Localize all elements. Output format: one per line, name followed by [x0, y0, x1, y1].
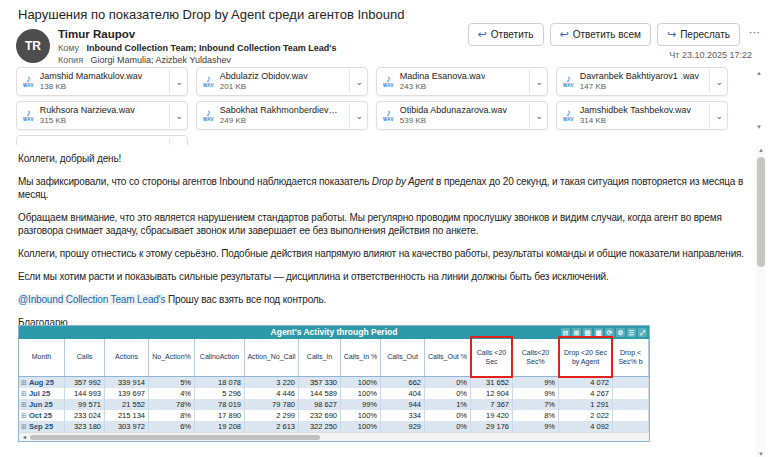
- more-actions-icon[interactable]: ⋯: [749, 26, 760, 39]
- table-cell-actions: 21 552: [105, 399, 149, 410]
- reply-button[interactable]: ↩ Ответить: [468, 23, 544, 46]
- report-title-bar: Agent's Activity through Period ⊟⊞▤▦⟳⚙☰⤢: [19, 326, 649, 339]
- report-toolbar: ⊟⊞▤▦⟳⚙☰⤢: [561, 328, 647, 337]
- attachment-options-chevron-icon[interactable]: ⌄: [529, 104, 543, 127]
- table-cell-calls_lt20_sec_pct: 8%: [513, 410, 559, 421]
- forward-button[interactable]: ↪ Переслать: [657, 23, 740, 46]
- table-horizontal-scrollbar[interactable]: ◄: [19, 432, 649, 441]
- column-header-calls_out[interactable]: Calls_Out: [381, 339, 425, 376]
- attachment-options-chevron-icon[interactable]: ⌄: [169, 138, 183, 145]
- attachments-scroll-up-icon[interactable]: ▲: [756, 70, 762, 76]
- toolbar-icon-settings[interactable]: ⚙: [616, 328, 625, 337]
- attachment-card[interactable]: ♪ WAV Jamshidbek Tashbekov.wav 314 KB ⌄: [556, 101, 728, 130]
- table-cell-calls_out_pct: 0%: [425, 410, 471, 421]
- table-cell-action_no_call: 79 780: [245, 399, 299, 410]
- mention-link[interactable]: @Inbound Collection Team Lead's: [18, 294, 165, 305]
- email-body: Коллеги, добрый день! Мы зафиксировали, …: [18, 152, 752, 339]
- table-cell-calls_lt20_sec_pct: 9%: [513, 388, 559, 399]
- table-cell-no_action_pct: 8%: [149, 410, 195, 421]
- month-label: Sep 25: [29, 422, 53, 431]
- expand-row-icon[interactable]: ⊞: [21, 401, 27, 409]
- column-header-calls_lt20_sec_pct[interactable]: Calls<20 Sec%: [513, 339, 559, 376]
- table-cell-calls_in: 322 250: [299, 421, 341, 432]
- message-actions: ↩ Ответить ↩ Ответить всем ↪ Переслать: [468, 23, 740, 46]
- main-vertical-scrollbar[interactable]: ▲ ▼: [756, 145, 766, 457]
- to-recipients[interactable]: Inbound Collection Team; Inbound Collect…: [87, 43, 337, 53]
- scroll-down-icon[interactable]: ▼: [756, 451, 766, 457]
- sender-name[interactable]: Timur Raupov: [58, 28, 135, 40]
- table-cell-calls_lt20_sec: 29 176: [471, 421, 513, 432]
- vertical-scroll-thumb[interactable]: [757, 157, 765, 267]
- reply-all-label: Ответить всем: [573, 29, 641, 40]
- horizontal-scroll-thumb[interactable]: [30, 435, 320, 440]
- attachment-options-chevron-icon[interactable]: ⌄: [349, 104, 363, 127]
- table-cell-calls_lt20_sec_pct: 9%: [513, 377, 559, 388]
- column-header-no_action_pct[interactable]: No_Action%: [149, 339, 195, 376]
- sender-avatar[interactable]: TR: [16, 29, 50, 63]
- column-header-calls_lt20_sec[interactable]: Calls <20 Sec: [471, 339, 513, 376]
- toolbar-icon-grid[interactable]: ▦: [594, 328, 603, 337]
- column-header-call_no_action[interactable]: CallnoAction: [195, 339, 245, 376]
- column-header-actions[interactable]: Actions: [105, 339, 149, 376]
- attachment-options-chevron-icon[interactable]: ⌄: [169, 70, 183, 93]
- attachments-scroll-down-icon[interactable]: ▼: [756, 124, 762, 130]
- column-header-action_no_call[interactable]: Action_No_Call: [245, 339, 299, 376]
- month-cell: ⊞Jun 25: [19, 399, 65, 410]
- attachment-card[interactable]: ♪ WAV Madina Esanova.wav 243 KB ⌄: [376, 67, 548, 96]
- cc-recipients[interactable]: Giorgi Mamulia; Azizbek Yuldashev: [91, 55, 231, 65]
- table-row[interactable]: ⊞Jul 25144 993139 6974%5 2964 446144 589…: [19, 388, 649, 399]
- attachment-card[interactable]: ♪ WAV Abdulaziz Obidov.wav 201 KB ⌄: [196, 67, 368, 96]
- attachment-options-chevron-icon[interactable]: ⌄: [529, 70, 543, 93]
- attachment-size: 315 KB: [40, 116, 135, 126]
- column-header-calls_in[interactable]: Calls_In: [299, 339, 341, 376]
- attachment-name: Davranbek Bakhtiyarov1 .wav: [580, 71, 699, 82]
- forward-label: Переслать: [680, 29, 730, 40]
- scroll-up-icon[interactable]: ▲: [756, 145, 766, 155]
- attachment-card[interactable]: ♪ WAV Mokhinabonu Bekmurodova.wav ⌄: [16, 135, 188, 145]
- column-header-calls[interactable]: Calls: [65, 339, 105, 376]
- attachment-card[interactable]: ♪ WAV Jamshid Mamatkulov.wav 138 KB ⌄: [16, 67, 188, 96]
- month-label: Oct 25: [29, 411, 52, 420]
- attachment-options-chevron-icon[interactable]: ⌄: [349, 70, 363, 93]
- expand-row-icon[interactable]: ⊞: [21, 379, 27, 387]
- attachment-card[interactable]: ♪ WAV Otibida Abdunazarova.wav 539 KB ⌄: [376, 101, 548, 130]
- table-cell-no_action_pct: 5%: [149, 377, 195, 388]
- attachment-card[interactable]: ♪ WAV Sabokhat Rakhmonberdieva.wav 249 K…: [196, 101, 368, 130]
- column-header-calls_in_pct[interactable]: Calls_In %: [341, 339, 381, 376]
- attachment-size: 314 KB: [580, 116, 691, 126]
- scroll-left-icon[interactable]: ◄: [19, 434, 30, 440]
- toolbar-icon-menu[interactable]: ☰: [627, 328, 636, 337]
- table-row[interactable]: ⊞Sep 25323 180303 9726%19 2082 613322 25…: [19, 421, 649, 432]
- column-header-drop_lt20_sec_pct[interactable]: Drop < Sec% b: [613, 339, 649, 376]
- toolbar-icon-expand[interactable]: ⊞: [572, 328, 581, 337]
- expand-row-icon[interactable]: ⊞: [21, 423, 27, 431]
- expand-row-icon[interactable]: ⊞: [21, 412, 27, 420]
- table-cell-calls: 233 024: [65, 410, 105, 421]
- reply-all-button[interactable]: ↩ Ответить всем: [550, 23, 651, 46]
- toolbar-icon-refresh[interactable]: ⟳: [605, 328, 614, 337]
- column-header-drop_lt20_sec_by_agent[interactable]: Drop <20 Sec by Agent: [559, 339, 613, 376]
- attachment-card[interactable]: ♪ WAV Rukhsora Narzieva.wav 315 KB ⌄: [16, 101, 188, 130]
- table-cell-calls_in_pct: 100%: [341, 421, 381, 432]
- table-row[interactable]: ⊞Oct 25233 024215 1348%17 8902 299232 69…: [19, 410, 649, 421]
- attachment-options-chevron-icon[interactable]: ⌄: [709, 104, 723, 127]
- attachment-options-chevron-icon[interactable]: ⌄: [709, 70, 723, 93]
- toolbar-icon-export[interactable]: ⤢: [638, 328, 647, 337]
- attachment-options-chevron-icon[interactable]: ⌄: [169, 104, 183, 127]
- table-cell-calls_lt20_sec_pct: 7%: [513, 399, 559, 410]
- attachment-size: 243 KB: [400, 82, 486, 92]
- table-cell-calls_out: 404: [381, 388, 425, 399]
- column-header-calls_out_pct[interactable]: Calls_Out %: [425, 339, 471, 376]
- attachment-card[interactable]: ♪ WAV Davranbek Bakhtiyarov1 .wav 147 KB…: [556, 67, 728, 96]
- table-cell-calls_in: 144 589: [299, 388, 341, 399]
- toolbar-icon-collapse[interactable]: ⊟: [561, 328, 570, 337]
- table-row[interactable]: ⊞Jun 2599 57121 55278%78 01979 78098 627…: [19, 399, 649, 410]
- month-label: Jun 25: [29, 400, 53, 409]
- table-row[interactable]: ⊞Aug 25357 992339 9145%18 0783 220357 33…: [19, 377, 649, 388]
- expand-row-icon[interactable]: ⊞: [21, 390, 27, 398]
- table-cell-calls_lt20_sec: 7 367: [471, 399, 513, 410]
- toolbar-icon-chart[interactable]: ▤: [583, 328, 592, 337]
- column-header-month[interactable]: Month: [19, 339, 65, 376]
- attachment-size: 138 KB: [40, 82, 142, 92]
- table-cell-action_no_call: 4 446: [245, 388, 299, 399]
